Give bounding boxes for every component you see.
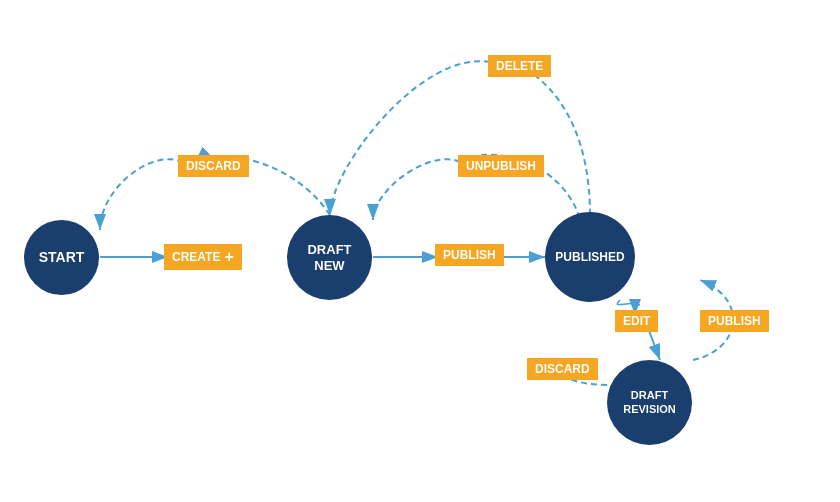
plus-icon: + (224, 248, 233, 266)
action-publish-bottom[interactable]: PUBLISH (700, 310, 769, 332)
diagram-arrows (0, 0, 840, 502)
node-start: START (24, 220, 99, 295)
action-discard-top[interactable]: DISCARD (178, 155, 249, 177)
action-unpublish[interactable]: UNPUBLISH (458, 155, 544, 177)
action-edit[interactable]: EDIT (615, 310, 658, 332)
node-draft-revision: DRAFT REVISION (607, 360, 692, 445)
node-published: PUBLISHED (545, 212, 635, 302)
svg-line-7 (648, 328, 660, 360)
action-delete[interactable]: DELETE (488, 55, 551, 77)
action-discard-bottom[interactable]: DISCARD (527, 358, 598, 380)
node-draft-new: DRAFT NEW (287, 215, 372, 300)
action-create[interactable]: CREATE + (164, 244, 242, 270)
action-publish-main[interactable]: PUBLISH (435, 244, 504, 266)
workflow-diagram: START DRAFT NEW PUBLISHED DRAFT REVISION… (0, 0, 840, 502)
